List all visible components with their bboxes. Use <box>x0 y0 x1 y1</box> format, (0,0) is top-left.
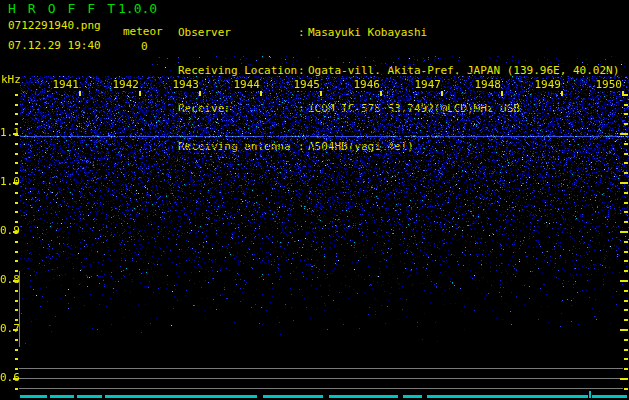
freq-major-tick <box>13 280 18 282</box>
freq-minor-tick <box>624 94 628 96</box>
freq-minor-tick <box>624 300 628 302</box>
minute-tick <box>441 91 443 96</box>
freq-minor-tick <box>624 319 628 321</box>
freq-minor-tick <box>624 260 628 262</box>
signal-level-trace <box>403 395 422 398</box>
level-gridline <box>19 368 623 369</box>
time-axis-label: 1949 <box>534 79 561 91</box>
freq-minor-tick <box>15 162 18 164</box>
freq-minor-tick <box>15 270 18 272</box>
freq-major-tick <box>13 133 18 135</box>
freq-major-tick <box>620 133 628 135</box>
minute-tick <box>79 91 81 96</box>
time-axis-label: 1941 <box>52 79 79 91</box>
time-axis-label: 1944 <box>233 79 260 91</box>
freq-minor-tick <box>624 113 628 115</box>
signal-level-trace <box>77 395 102 398</box>
freq-minor-tick <box>15 104 18 106</box>
freq-minor-tick <box>15 349 18 351</box>
freq-minor-tick <box>624 290 628 292</box>
signal-level-trace <box>20 395 47 398</box>
freq-minor-tick <box>624 202 628 204</box>
signal-level-spike <box>589 391 591 398</box>
freq-minor-tick <box>15 241 18 243</box>
hrofft-screen: HROFFT 1.0.0 0712291940.png meteor 07.12… <box>0 0 629 400</box>
freq-major-tick <box>13 182 18 184</box>
freq-minor-tick <box>624 349 628 351</box>
freq-minor-tick <box>15 172 18 174</box>
freq-minor-tick <box>15 368 18 370</box>
freq-minor-tick <box>15 388 18 390</box>
freq-major-tick <box>620 280 628 282</box>
freq-minor-tick <box>15 319 18 321</box>
time-axis-label: 1947 <box>414 79 441 91</box>
minute-tick <box>561 91 563 96</box>
signal-level-trace <box>263 395 323 398</box>
level-gridline <box>19 388 623 389</box>
header-row: Observer : Masayuki Kobayashi <box>178 27 628 41</box>
freq-minor-tick <box>624 388 628 390</box>
freq-minor-tick <box>15 339 18 341</box>
minute-tick <box>320 91 322 96</box>
freq-axis-label: 1.0 <box>0 176 14 188</box>
freq-minor-tick <box>15 260 18 262</box>
freq-minor-tick <box>624 172 628 174</box>
echo-count: 0 <box>141 41 148 53</box>
level-gridline <box>19 378 623 379</box>
time-axis-label: 1943 <box>172 79 199 91</box>
freq-minor-tick <box>624 143 628 145</box>
freq-minor-tick <box>15 251 18 253</box>
freq-major-tick <box>620 329 628 331</box>
minute-tick <box>260 91 262 96</box>
freq-major-tick <box>620 231 628 233</box>
freq-minor-tick <box>624 368 628 370</box>
freq-axis-label: 0.8 <box>0 274 14 286</box>
freq-minor-tick <box>624 241 628 243</box>
freq-minor-tick <box>15 192 18 194</box>
freq-minor-tick <box>624 270 628 272</box>
freq-major-tick <box>620 378 628 380</box>
freq-minor-tick <box>624 162 628 164</box>
freq-minor-tick <box>15 143 18 145</box>
freq-minor-tick <box>624 251 628 253</box>
freq-minor-tick <box>15 94 18 96</box>
spectrogram-canvas <box>20 56 629 347</box>
signal-level-trace <box>105 395 257 398</box>
mode-label: meteor <box>123 26 163 38</box>
minute-tick <box>380 91 382 96</box>
freq-minor-tick <box>624 358 628 360</box>
freq-axis-label: 0.6 <box>0 372 14 384</box>
time-axis-label: 1948 <box>474 79 501 91</box>
freq-minor-tick <box>624 153 628 155</box>
freq-minor-tick <box>15 309 18 311</box>
freq-minor-tick <box>624 211 628 213</box>
minute-tick <box>501 91 503 96</box>
freq-axis-unit: kHz <box>1 74 21 86</box>
app-title: HROFFT <box>8 2 127 16</box>
signal-level-trace <box>329 395 398 398</box>
freq-minor-tick <box>15 211 18 213</box>
header-field-separator: : <box>298 27 308 41</box>
freq-minor-tick <box>15 123 18 125</box>
minute-tick <box>139 91 141 96</box>
freq-minor-tick <box>15 113 18 115</box>
freq-minor-tick <box>624 123 628 125</box>
minute-tick <box>199 91 201 96</box>
time-axis-label: 1942 <box>112 79 139 91</box>
freq-major-tick <box>13 231 18 233</box>
freq-minor-tick <box>624 192 628 194</box>
freq-minor-tick <box>15 202 18 204</box>
output-filename: 0712291940.png <box>8 20 101 32</box>
datetime-label: 07.12.29 19:40 <box>8 40 101 52</box>
freq-major-tick <box>13 329 18 331</box>
freq-minor-tick <box>15 153 18 155</box>
freq-minor-tick <box>15 300 18 302</box>
minute-tick <box>622 91 624 96</box>
freq-minor-tick <box>624 339 628 341</box>
header-field-value: Masayuki Kobayashi <box>308 27 427 41</box>
freq-minor-tick <box>15 221 18 223</box>
freq-major-tick <box>13 378 18 380</box>
freq-minor-tick <box>624 104 628 106</box>
time-axis-label: 1950 <box>595 79 622 91</box>
signal-level-trace <box>592 395 627 398</box>
